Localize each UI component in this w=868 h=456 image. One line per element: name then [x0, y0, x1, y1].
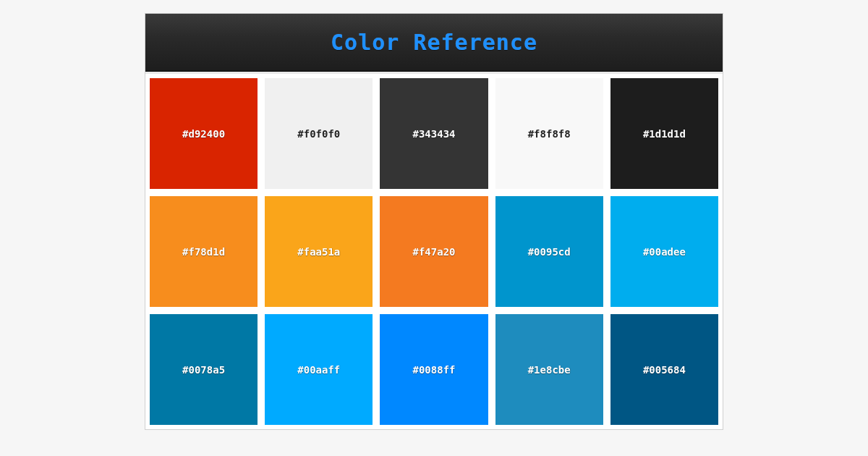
swatch-hex-label: #0088ff [412, 364, 455, 376]
page-title: Color Reference [153, 30, 715, 55]
color-swatch: #0095cd [495, 196, 603, 307]
swatch-hex-label: #0095cd [528, 246, 571, 258]
swatch-hex-label: #005684 [643, 364, 686, 376]
color-swatch: #1d1d1d [610, 78, 718, 189]
swatch-hex-label: #1e8cbe [528, 364, 571, 376]
color-swatch: #faa51a [265, 196, 373, 307]
color-swatch: #f8f8f8 [495, 78, 603, 189]
swatch-hex-label: #d92400 [182, 128, 225, 140]
swatch-hex-label: #f0f0f0 [297, 128, 340, 140]
color-swatch: #343434 [380, 78, 488, 189]
swatch-grid-wrap: #d92400#f0f0f0#343434#f8f8f8#1d1d1d#f78d… [145, 72, 723, 429]
swatch-hex-label: #00aaff [297, 364, 340, 376]
color-swatch: #00adee [610, 196, 718, 307]
swatch-hex-label: #f78d1d [182, 246, 225, 258]
color-reference-panel: Color Reference #d92400#f0f0f0#343434#f8… [145, 13, 723, 430]
swatch-hex-label: #00adee [643, 246, 686, 258]
color-swatch: #0088ff [380, 314, 488, 425]
color-swatch: #0078a5 [150, 314, 258, 425]
color-swatch: #005684 [610, 314, 718, 425]
swatch-hex-label: #f47a20 [412, 246, 455, 258]
swatch-grid: #d92400#f0f0f0#343434#f8f8f8#1d1d1d#f78d… [150, 78, 718, 425]
color-swatch: #d92400 [150, 78, 258, 189]
color-swatch: #1e8cbe [495, 314, 603, 425]
color-swatch: #f0f0f0 [265, 78, 373, 189]
swatch-hex-label: #f8f8f8 [528, 128, 571, 140]
header-bar: Color Reference [145, 14, 723, 72]
color-swatch: #00aaff [265, 314, 373, 425]
color-swatch: #f78d1d [150, 196, 258, 307]
swatch-hex-label: #faa51a [297, 246, 340, 258]
swatch-hex-label: #0078a5 [182, 364, 225, 376]
color-swatch: #f47a20 [380, 196, 488, 307]
swatch-hex-label: #343434 [412, 128, 455, 140]
swatch-hex-label: #1d1d1d [643, 128, 686, 140]
